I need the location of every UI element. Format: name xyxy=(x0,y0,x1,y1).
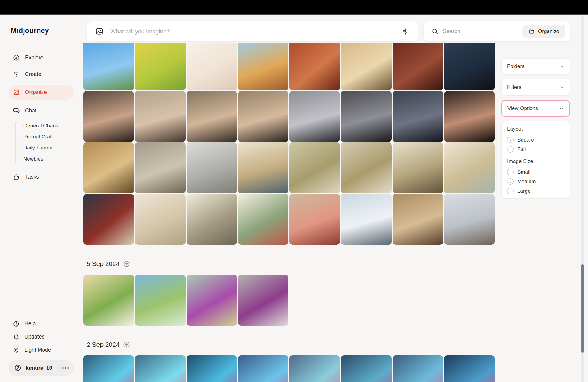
gallery-thumbnail[interactable] xyxy=(444,194,495,245)
gallery-thumbnail[interactable] xyxy=(341,194,391,245)
gallery-thumbnail[interactable] xyxy=(238,43,288,90)
sidebar-item-tasks[interactable]: Tasks xyxy=(0,170,83,183)
gallery-thumbnail[interactable] xyxy=(393,91,443,142)
view-options-panel: Layout Square Full Image Size Small Medi… xyxy=(501,121,570,199)
radio-label: Large xyxy=(517,188,530,194)
plus-circle-icon[interactable] xyxy=(123,341,130,348)
radio-option-square[interactable]: Square xyxy=(507,135,564,145)
radio-label: Square xyxy=(517,137,534,143)
gallery-thumbnail[interactable] xyxy=(187,91,237,142)
gallery-thumbnail[interactable] xyxy=(187,355,237,382)
gallery-thumbnail[interactable] xyxy=(187,194,237,245)
gallery-thumbnail[interactable] xyxy=(187,142,237,193)
sidebar-item-label: Help xyxy=(24,320,36,327)
sidebar-item-label: Light Mode xyxy=(24,347,51,353)
filters-accordion[interactable]: Filters xyxy=(501,79,570,96)
plus-circle-icon[interactable] xyxy=(123,260,130,267)
radio-label: Medium xyxy=(517,179,536,185)
gallery-thumbnail[interactable] xyxy=(135,355,185,382)
gallery-thumbnail[interactable] xyxy=(135,275,185,326)
radio-unchecked-icon xyxy=(507,188,514,194)
sidebar-item-label: Tasks xyxy=(25,174,39,180)
gallery-row xyxy=(83,275,288,326)
compass-icon xyxy=(13,54,20,61)
radio-option-full[interactable]: Full xyxy=(507,145,564,154)
gallery-thumbnail[interactable] xyxy=(238,194,288,245)
folders-label: Folders xyxy=(507,63,525,70)
search-icon xyxy=(432,28,439,35)
scrollbar-thumb[interactable] xyxy=(581,264,584,353)
chat-channel-list: General Chaos Prompt Craft Daily Theme N… xyxy=(0,120,83,165)
sidebar-item-help[interactable]: Help xyxy=(0,317,83,330)
sidebar-channel-prompt-craft[interactable]: Prompt Craft xyxy=(23,131,83,142)
gallery-thumbnail[interactable] xyxy=(289,355,340,382)
imagine-prompt-bar xyxy=(87,21,418,41)
gallery-thumbnail[interactable] xyxy=(83,91,134,142)
gallery-thumbnail[interactable] xyxy=(341,355,391,382)
radio-unchecked-icon xyxy=(507,169,514,175)
gallery-row xyxy=(83,91,495,142)
gallery-thumbnail[interactable] xyxy=(289,142,340,193)
radio-checked-icon xyxy=(507,137,514,143)
gallery-thumbnail[interactable] xyxy=(135,142,185,193)
view-options-accordion[interactable]: View Options xyxy=(501,100,570,117)
gallery-thumbnail[interactable] xyxy=(238,142,288,193)
gallery-thumbnail[interactable] xyxy=(187,43,237,90)
gallery-thumbnail[interactable] xyxy=(341,43,391,90)
gallery-thumbnail[interactable] xyxy=(341,91,391,142)
gallery-thumbnail[interactable] xyxy=(444,91,495,142)
top-black-strip xyxy=(0,0,588,15)
gallery-thumbnail[interactable] xyxy=(444,355,495,382)
sidebar-item-light-mode[interactable]: Light Mode xyxy=(0,343,83,357)
image-icon xyxy=(95,27,104,36)
gallery-thumbnail[interactable] xyxy=(444,142,495,193)
gallery-thumbnail[interactable] xyxy=(289,91,340,142)
gallery-thumbnail[interactable] xyxy=(238,355,288,382)
paint-brush-icon xyxy=(13,71,20,78)
gallery-thumbnail[interactable] xyxy=(135,91,185,142)
sidebar-item-organize[interactable]: Organize xyxy=(9,85,74,100)
radio-option-medium[interactable]: Medium xyxy=(507,177,564,186)
search-input[interactable] xyxy=(443,28,518,35)
gallery-thumbnail[interactable] xyxy=(238,275,288,326)
date-group-header: 5 Sep 2024 xyxy=(87,260,130,267)
gallery-thumbnail[interactable] xyxy=(393,142,443,193)
gallery-thumbnail[interactable] xyxy=(341,142,391,193)
gallery-thumbnail[interactable] xyxy=(393,194,443,245)
sidebar-item-chat[interactable]: Chat xyxy=(0,104,83,117)
sidebar-channel-daily-theme[interactable]: Daily Theme xyxy=(23,142,83,153)
sidebar-channel-newbies[interactable]: Newbies xyxy=(23,153,83,165)
gallery-thumbnail[interactable] xyxy=(83,43,134,90)
ellipsis-icon[interactable] xyxy=(62,367,69,369)
filters-label: Filters xyxy=(507,84,521,90)
sidebar-nav: Explore Create Organize Chat General Cha… xyxy=(0,48,83,187)
image-size-group-label: Image Size xyxy=(507,158,564,165)
gallery-thumbnail[interactable] xyxy=(83,194,134,245)
gallery-thumbnail[interactable] xyxy=(289,194,340,245)
sidebar-item-updates[interactable]: Updates xyxy=(0,330,83,343)
organize-button[interactable]: Organize xyxy=(522,25,565,38)
folders-accordion[interactable]: Folders xyxy=(501,58,570,75)
prompt-settings-button[interactable] xyxy=(400,27,409,36)
gallery-thumbnail[interactable] xyxy=(135,43,185,90)
gallery-thumbnail[interactable] xyxy=(393,43,443,90)
user-menu-button[interactable]: kimura_10 xyxy=(9,360,74,376)
radio-option-large[interactable]: Large xyxy=(507,186,564,196)
imagine-prompt-input[interactable] xyxy=(110,28,394,35)
gallery-thumbnail[interactable] xyxy=(83,355,134,382)
sidebar-channel-general-chaos[interactable]: General Chaos xyxy=(23,120,83,131)
gallery-thumbnail[interactable] xyxy=(83,142,134,193)
sidebar-item-label: Explore xyxy=(25,55,43,61)
sidebar-item-create[interactable]: Create xyxy=(0,67,83,81)
sidebar-item-label: Chat xyxy=(25,108,36,114)
sidebar-item-explore[interactable]: Explore xyxy=(0,51,83,64)
gallery-thumbnail[interactable] xyxy=(83,275,134,326)
gallery-thumbnail[interactable] xyxy=(393,355,443,382)
gallery-thumbnail[interactable] xyxy=(187,275,237,326)
username-label: kimura_10 xyxy=(26,365,58,371)
gallery-thumbnail[interactable] xyxy=(135,194,185,245)
gallery-thumbnail[interactable] xyxy=(289,43,340,90)
gallery-thumbnail[interactable] xyxy=(238,91,288,142)
gallery-thumbnail[interactable] xyxy=(444,43,495,90)
radio-option-small[interactable]: Small xyxy=(507,167,564,177)
